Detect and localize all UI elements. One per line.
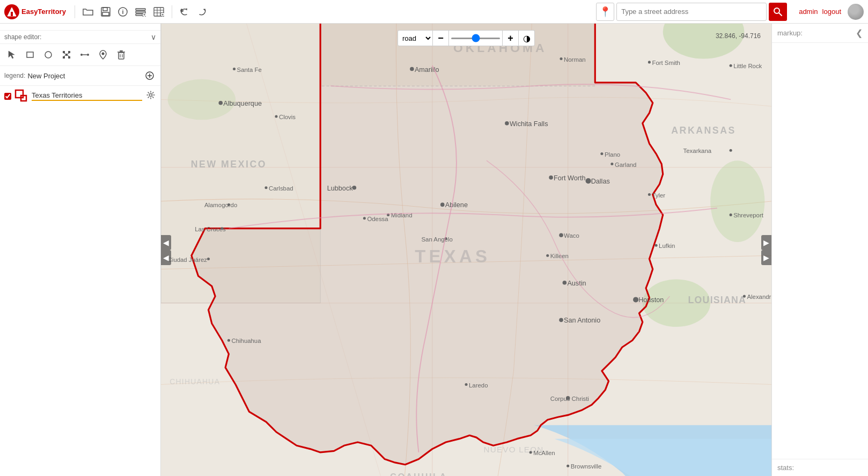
- layer-item: Texas Territories: [0, 86, 160, 106]
- svg-line-20: [779, 13, 782, 16]
- svg-rect-37: [119, 53, 124, 59]
- markup-content: [772, 43, 868, 459]
- svg-text:Laredo: Laredo: [469, 382, 488, 389]
- svg-text:Shreveport: Shreveport: [733, 212, 763, 218]
- separator: [75, 5, 75, 18]
- app-logo[interactable]: EasyTerritory: [4, 4, 66, 19]
- markup-header: markup: ❮: [772, 24, 868, 43]
- svg-point-139: [227, 339, 230, 342]
- address-search-input[interactable]: [616, 3, 767, 21]
- logout-link[interactable]: logout: [822, 8, 841, 16]
- zoom-out-button[interactable]: −: [433, 30, 449, 46]
- undo-button[interactable]: [178, 5, 192, 19]
- add-layer-button-legend[interactable]: [143, 69, 156, 82]
- svg-point-93: [505, 121, 509, 126]
- info-button[interactable]: i: [116, 5, 130, 19]
- shape-editor-label: shape editor:: [4, 33, 151, 41]
- shape-editor-collapse[interactable]: ∨: [151, 33, 156, 41]
- zoom-slider[interactable]: [451, 38, 500, 39]
- svg-point-36: [102, 53, 105, 55]
- svg-rect-22: [27, 52, 33, 57]
- delete-tool[interactable]: [114, 47, 129, 62]
- line-tool[interactable]: [77, 47, 92, 62]
- svg-rect-25: [68, 51, 70, 53]
- svg-marker-21: [9, 51, 14, 58]
- svg-text:Norman: Norman: [564, 56, 585, 63]
- svg-point-99: [549, 175, 553, 180]
- circle-tool[interactable]: [41, 47, 56, 62]
- svg-text:+: +: [161, 12, 164, 17]
- layer-settings-button[interactable]: [145, 90, 156, 102]
- zoom-in-button[interactable]: +: [503, 30, 519, 46]
- svg-text:Clovis: Clovis: [279, 114, 296, 120]
- table-button[interactable]: +: [151, 5, 166, 19]
- svg-point-89: [730, 214, 732, 216]
- coordinates-display: 32.846, -94.716: [716, 32, 761, 40]
- svg-text:Albuquerque: Albuquerque: [223, 100, 262, 107]
- svg-point-23: [45, 52, 52, 58]
- app-name: EasyTerritory: [21, 8, 66, 16]
- cursor-tool[interactable]: [4, 47, 19, 62]
- svg-text:Dallas: Dallas: [591, 178, 610, 185]
- svg-point-56: [710, 160, 764, 242]
- svg-text:San Antonio: San Antonio: [564, 317, 600, 324]
- svg-point-113: [633, 297, 638, 302]
- svg-point-103: [648, 193, 651, 196]
- markup-collapse-button[interactable]: ❮: [856, 28, 863, 38]
- save-button[interactable]: [99, 5, 113, 19]
- topbar: EasyTerritory i +: [0, 0, 868, 24]
- svg-point-83: [648, 61, 651, 63]
- svg-text:Texarkana: Texarkana: [683, 148, 712, 154]
- zoom-slider-track: [449, 30, 503, 46]
- map-controls: road aerial hybrid gray − + ◑: [398, 30, 535, 46]
- file-toolbar: [0, 24, 160, 31]
- svg-point-143: [610, 163, 613, 165]
- open-button[interactable]: [80, 5, 95, 18]
- svg-point-109: [563, 281, 567, 285]
- add-layer-button[interactable]: +: [133, 5, 148, 19]
- node-tool[interactable]: [59, 47, 74, 62]
- svg-text:Fort Worth: Fort Worth: [554, 174, 585, 182]
- svg-text:Waco: Waco: [564, 232, 579, 239]
- svg-point-111: [559, 318, 563, 323]
- map-area[interactable]: OKLAHOMA NEW MEXICO TEXAS ARKANSAS LOUIS…: [161, 24, 771, 476]
- layer-name[interactable]: Texas Territories: [32, 91, 142, 101]
- svg-point-33: [80, 54, 83, 56]
- pin-tool[interactable]: [95, 47, 111, 62]
- svg-point-95: [352, 186, 357, 190]
- nav-arrow-right-2[interactable]: ▶: [761, 250, 771, 265]
- svg-text:Brownsville: Brownsville: [571, 463, 602, 470]
- right-panel: markup: ❮ stats:: [771, 24, 868, 476]
- svg-rect-45: [16, 90, 23, 98]
- svg-text:Santa Fe: Santa Fe: [237, 67, 262, 73]
- right-nav-arrow: ▶ ▶: [761, 235, 771, 265]
- markup-label: markup:: [777, 29, 803, 37]
- svg-text:Wichita Falls: Wichita Falls: [510, 120, 548, 128]
- nav-arrow-right-1[interactable]: ▶: [761, 235, 771, 250]
- svg-point-115: [655, 244, 658, 247]
- contrast-button[interactable]: ◑: [519, 30, 535, 46]
- svg-point-85: [730, 64, 732, 67]
- svg-text:Garland: Garland: [615, 162, 636, 168]
- map-type-select[interactable]: road aerial hybrid gray: [398, 30, 433, 46]
- layer-checkbox[interactable]: [4, 93, 11, 100]
- search-button[interactable]: [769, 3, 787, 21]
- svg-text:+: +: [143, 12, 146, 17]
- svg-point-119: [363, 217, 366, 219]
- svg-text:COAHUILA: COAHUILA: [390, 472, 447, 476]
- svg-text:Tyler: Tyler: [652, 192, 665, 199]
- rectangle-tool[interactable]: [23, 47, 38, 62]
- svg-point-133: [264, 186, 267, 189]
- admin-link[interactable]: admin: [799, 8, 818, 16]
- left-nav-arrow: ◀ ◀: [161, 235, 171, 265]
- nav-arrow-left-1[interactable]: ◀: [161, 235, 171, 250]
- svg-text:Houston: Houston: [638, 296, 664, 304]
- redo-button[interactable]: [195, 5, 209, 19]
- nav-arrow-left-2[interactable]: ◀: [161, 250, 171, 265]
- svg-text:LOUISIANA: LOUISIANA: [688, 295, 747, 305]
- svg-point-123: [465, 383, 467, 386]
- svg-point-81: [560, 57, 562, 60]
- svg-rect-3: [103, 8, 107, 11]
- separator2: [172, 5, 172, 18]
- legend-label: legend:: [4, 72, 25, 79]
